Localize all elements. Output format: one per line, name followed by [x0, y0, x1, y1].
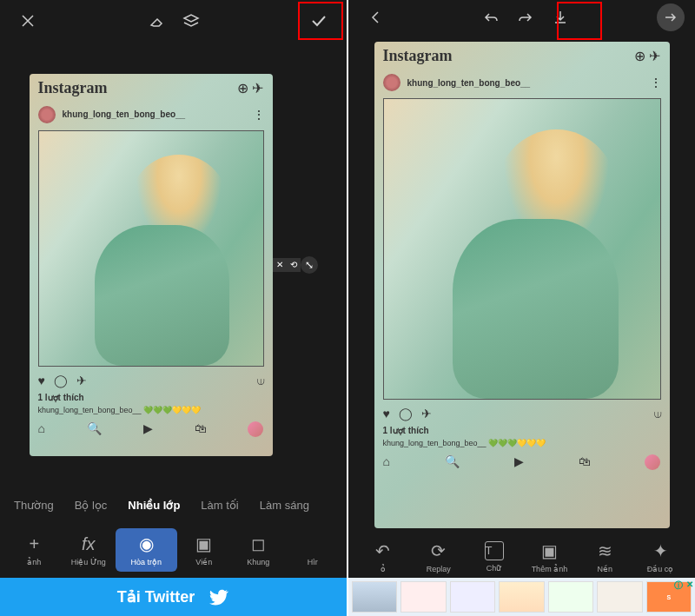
blend-tool[interactable]: ◉Hòa trộn: [116, 528, 177, 572]
confirm-highlight: [298, 2, 343, 40]
post-user-row: khung_long_ten_bong_beo__ ⋮: [374, 70, 670, 95]
caption: khung_long_ten_bong_beo__ 💚💚💚💛💛💛: [30, 404, 273, 416]
frame-icon: ◻: [251, 533, 266, 554]
instagram-logo: Instagram: [38, 79, 108, 97]
delete-handle[interactable]: ✕: [273, 258, 287, 272]
twitter-icon: [208, 586, 229, 607]
post-actions: ♥ ◯ ✈ ⟒: [374, 403, 670, 424]
border-tool[interactable]: ▣Viền: [177, 533, 232, 566]
blend-icon: ◉: [139, 533, 154, 554]
undo-tool[interactable]: ↶ỏ: [355, 540, 411, 573]
more-icon: ⋮: [254, 109, 264, 121]
home-icon: ⌂: [383, 454, 390, 470]
post-nav: ⌂ 🔍 ▶ 🛍: [374, 449, 670, 475]
plus-icon: +: [29, 533, 39, 554]
frame-tool[interactable]: ◻Khung: [231, 533, 286, 566]
heart-icon: ♥: [38, 374, 45, 387]
heart-icon: ♥: [383, 407, 390, 421]
profile-icon: [645, 454, 660, 470]
ad-product[interactable]: [548, 581, 593, 613]
instagram-post-frame[interactable]: Instagram ⊕ ✈ khung_long_ten_bong_beo__ …: [30, 74, 273, 456]
twitter-ad[interactable]: Tải Twitter: [0, 578, 347, 616]
redo-icon[interactable]: [508, 0, 543, 35]
product-ad-strip[interactable]: S ⓘ ✕: [348, 578, 695, 616]
fx-icon: fx: [82, 533, 96, 554]
avatar: [383, 74, 400, 91]
background-icon: ≋: [598, 540, 612, 561]
reels-icon: ▶: [143, 421, 153, 437]
reels-icon: ▶: [514, 454, 524, 470]
resize-handle[interactable]: ⤡: [301, 256, 318, 274]
left-toolbar: [0, 0, 347, 42]
ad-product[interactable]: [597, 581, 642, 613]
shop-icon: 🛍: [195, 421, 207, 437]
post-header-icons: ⊕ ✈: [237, 80, 263, 96]
share-icon: ✈: [76, 374, 87, 387]
border-icon: ▣: [195, 533, 212, 554]
home-icon: ⌂: [38, 421, 45, 437]
ad-product[interactable]: [499, 581, 544, 613]
right-editor-panel: Instagram ⊕ ✈ khung_long_ten_bong_beo__ …: [348, 0, 695, 616]
bookmark-icon: ⟒: [654, 407, 661, 421]
right-tool-row: ↶ỏ ⟳Replay TChữ ▣Thêm ảnh ≋Nền ✦Đầu cọ: [348, 535, 695, 578]
likes-count: 1 lượt thích: [374, 424, 670, 437]
shape-tool[interactable]: Hìr: [286, 533, 341, 566]
text-tool[interactable]: TChữ: [467, 541, 522, 573]
avatar: [38, 106, 56, 123]
undo-icon[interactable]: [473, 0, 508, 35]
ad-controls: ⓘ ✕: [674, 580, 693, 592]
search-icon: 🔍: [87, 421, 102, 437]
post-header-icons: ⊕ ✈: [634, 48, 660, 64]
tab-lighten[interactable]: Làm sáng: [260, 499, 309, 512]
ad-product[interactable]: [400, 581, 446, 613]
layers-icon[interactable]: [174, 3, 208, 38]
fx-tool[interactable]: fxHiệu Ứng: [62, 533, 116, 566]
share-icon: ✈: [421, 407, 432, 421]
comment-icon: ◯: [399, 407, 413, 421]
bookmark-icon: ⟒: [257, 374, 264, 387]
right-toolbar: [348, 0, 695, 35]
ad-close-icon[interactable]: ✕: [686, 580, 693, 592]
rotate-handle[interactable]: ⟲: [287, 258, 301, 272]
post-header: Instagram ⊕ ✈: [30, 74, 273, 103]
eraser-icon[interactable]: [139, 3, 174, 38]
shop-icon: 🛍: [579, 454, 591, 470]
post-nav: ⌂ 🔍 ▶ 🛍: [30, 416, 273, 442]
profile-icon: [248, 421, 263, 437]
close-icon[interactable]: [10, 3, 45, 38]
instagram-logo: Instagram: [383, 47, 453, 65]
text-icon: T: [485, 541, 504, 560]
post-header: Instagram ⊕ ✈: [374, 42, 670, 70]
replay-tool[interactable]: ⟳Replay: [411, 540, 467, 573]
brush-tool[interactable]: ✦Đầu cọ: [632, 540, 688, 573]
tab-layers[interactable]: Nhiều lớp: [128, 499, 180, 512]
ad-info-icon[interactable]: ⓘ: [674, 580, 683, 592]
tab-darken[interactable]: Làm tối: [201, 499, 238, 512]
left-editor-panel: Instagram ⊕ ✈ khung_long_ten_bong_beo__ …: [0, 0, 348, 616]
right-canvas[interactable]: Instagram ⊕ ✈ khung_long_ten_bong_beo__ …: [348, 35, 695, 535]
post-photo: [38, 130, 264, 368]
post-user-row: khung_long_ten_bong_beo__ ⋮: [30, 103, 273, 127]
post-actions: ♥ ◯ ✈ ⟒: [30, 370, 273, 391]
background-tool[interactable]: ≋Nền: [577, 540, 632, 573]
mode-tabs: Thường Bộ lọc Nhiều lớp Làm tối Làm sáng: [0, 487, 347, 522]
post-photo: [383, 98, 661, 400]
ad-text: Tải Twitter: [117, 587, 195, 606]
left-tool-row: +ảnh fxHiệu Ứng ◉Hòa trộn ▣Viền ◻Khung H…: [0, 522, 347, 578]
add-tool[interactable]: +ảnh: [7, 533, 62, 566]
next-icon[interactable]: [657, 3, 685, 31]
tab-normal[interactable]: Thường: [14, 499, 54, 512]
caption: khung_long_ten_bong_beo__ 💚💚💚💛💛💛: [374, 437, 670, 449]
left-canvas[interactable]: Instagram ⊕ ✈ khung_long_ten_bong_beo__ …: [0, 42, 347, 487]
ad-product[interactable]: [450, 581, 495, 613]
add-image-tool[interactable]: ▣Thêm ảnh: [521, 540, 577, 573]
tab-filter[interactable]: Bộ lọc: [75, 499, 108, 512]
back-icon[interactable]: [359, 0, 394, 35]
image-icon: ▣: [541, 540, 558, 561]
username: khung_long_ten_bong_beo__: [407, 78, 531, 88]
comment-icon: ◯: [54, 374, 68, 387]
instagram-post-frame: Instagram ⊕ ✈ khung_long_ten_bong_beo__ …: [374, 42, 670, 528]
likes-count: 1 lượt thích: [30, 391, 273, 404]
username: khung_long_ten_bong_beo__: [63, 109, 186, 119]
ad-product[interactable]: [352, 581, 397, 613]
